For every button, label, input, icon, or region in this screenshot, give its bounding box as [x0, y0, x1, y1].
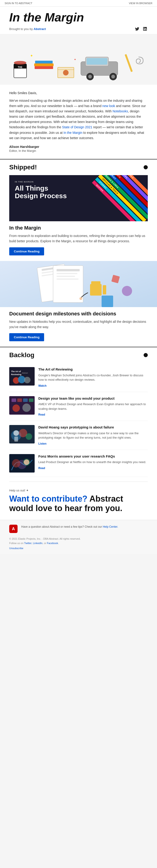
- new-look-link[interactable]: new look: [102, 104, 115, 108]
- svg-rect-58: [14, 437, 18, 442]
- sign-in-link[interactable]: SIGN IN TO ABSTRACT: [5, 2, 32, 5]
- social-icons: [134, 26, 148, 32]
- header: In the Margin Brought to you by Abstract: [0, 7, 157, 34]
- shipped-article-body: In the Margin From research to explorati…: [9, 221, 148, 261]
- svg-point-57: [13, 430, 19, 436]
- notebooks-article-title: Document design milestones with decision…: [9, 311, 148, 317]
- svg-rect-49: [23, 399, 28, 402]
- svg-text:Reviewing: Reviewing: [11, 373, 22, 376]
- svg-rect-48: [17, 399, 22, 402]
- svg-point-56: [26, 433, 32, 440]
- backlog-item-image-4: [9, 454, 35, 472]
- backlog-item-link-2[interactable]: Read: [38, 413, 45, 416]
- backlog-dot: [144, 353, 148, 357]
- email-container: SIGN IN TO ABSTRACT VIEW IN BROWSER In t…: [0, 0, 157, 554]
- svg-rect-33: [91, 281, 100, 285]
- backlog-list: The Art of Reviewing Abstract The Art of…: [0, 363, 157, 477]
- footer-logo-row: A Have a question about Abstract or need…: [9, 525, 148, 533]
- svg-text:THE: THE: [18, 66, 22, 68]
- contribute-hint: Help us out! ✦: [9, 489, 148, 492]
- svg-rect-29: [57, 273, 77, 274]
- svg-point-51: [12, 404, 20, 412]
- backlog-item-image-2: [9, 396, 35, 414]
- backlog-item-link-1[interactable]: Watch: [38, 384, 46, 388]
- twitter-icon[interactable]: [134, 26, 140, 32]
- svg-rect-9: [35, 61, 53, 63]
- backlog-item-text-2: AMEX VP of Product Design and Research E…: [38, 402, 148, 411]
- backlog-item-title-4: Fonz Morris answers your user research F…: [38, 454, 148, 459]
- backlog-item-content-1: The Art of Reviewing Google's Meghan Sch…: [38, 367, 148, 388]
- state-of-design-link[interactable]: State of Design 2021: [62, 125, 92, 129]
- footer-legal: © 2021 Elastic Projects, Inc. - DBA Abst…: [9, 537, 148, 545]
- backlog-title: Backlog: [9, 351, 34, 359]
- header-subtitle: Brought to you by Abstract: [9, 26, 148, 32]
- svg-text:✦: ✦: [30, 54, 33, 58]
- linkedin-icon[interactable]: [142, 26, 148, 32]
- notebooks-article-text: New updates in Notebooks help you record…: [9, 319, 148, 330]
- svg-rect-7: [35, 66, 53, 69]
- notebooks-card: Document design milestones with decision…: [9, 307, 148, 347]
- shipped-article-text: From research to exploration and buildin…: [9, 233, 148, 244]
- notebooks-card-body: Document design milestones with decision…: [9, 307, 148, 347]
- svg-point-11: [63, 70, 69, 75]
- backlog-section-header: Backlog: [0, 347, 157, 363]
- svg-text:✦: ✦: [74, 58, 76, 61]
- svg-text:The Art of: The Art of: [11, 370, 21, 373]
- in-the-margin-link[interactable]: In the Margin: [63, 131, 83, 134]
- svg-text:FUTURE: FUTURE: [17, 69, 24, 71]
- backlog-item-title-2: Design your team like you would your pro…: [38, 396, 148, 401]
- top-bar: SIGN IN TO ABSTRACT VIEW IN BROWSER: [0, 0, 157, 7]
- svg-point-16: [88, 75, 92, 79]
- footer: A Have a question about Abstract or need…: [0, 520, 157, 554]
- svg-rect-35: [102, 296, 113, 307]
- view-in-browser-link[interactable]: VIEW IN BROWSER: [129, 2, 152, 5]
- intro-paragraph: We've missed rounding up the latest desi…: [9, 98, 148, 141]
- svg-rect-47: [11, 399, 16, 402]
- backlog-item: The Art of Reviewing Abstract The Art of…: [9, 363, 148, 392]
- notebooks-link[interactable]: Notebooks: [113, 110, 128, 113]
- contribute-section: Help us out! ✦ Want to contribute? Abstr…: [0, 482, 157, 520]
- signature-role: Editor, In the Margin: [9, 149, 148, 153]
- backlog-item-content-4: Fonz Morris answers your user research F…: [38, 454, 148, 472]
- backlog-item: Design your team like you would your pro…: [9, 392, 148, 421]
- hero-illustration: THE FUTURE OF MEOW ✦ ✦: [0, 34, 157, 85]
- hero-image: THE FUTURE OF MEOW ✦ ✦: [0, 34, 157, 85]
- svg-rect-8: [34, 63, 54, 66]
- backlog-item-text-1: Google's Meghan Schofield joins Abstract…: [38, 373, 148, 382]
- svg-text:OF MEOW: OF MEOW: [15, 71, 25, 73]
- linkedin-footer-link[interactable]: LinkedIn: [33, 542, 43, 545]
- unsubscribe-link[interactable]: Unsubscribe: [9, 547, 148, 550]
- intro-section: Hello Smiles Davis, We've missed roundin…: [0, 85, 157, 159]
- svg-rect-31: [57, 278, 78, 280]
- shipped-title: Shipped!: [9, 163, 37, 171]
- backlog-item-text-3: Webflow's Director of Design makes a str…: [38, 431, 148, 440]
- footer-help-text: Have a question about Abstract or need a…: [21, 525, 118, 529]
- svg-point-6: [14, 61, 26, 65]
- signature-name: Alison Harshbarger: [9, 145, 148, 149]
- svg-point-44: [24, 377, 30, 383]
- notebooks-cta-button[interactable]: Continue Reading: [9, 333, 44, 341]
- greeting: Hello Smiles Davis,: [9, 91, 148, 95]
- contribute-link[interactable]: Want to contribute?: [9, 494, 88, 503]
- backlog-item-image-3: [9, 425, 35, 443]
- svg-point-52: [22, 404, 31, 412]
- svg-rect-28: [57, 269, 80, 271]
- twitter-footer-link[interactable]: Twitter: [24, 542, 32, 545]
- facebook-footer-link[interactable]: Facebook: [47, 542, 58, 545]
- svg-text:Abstract: Abstract: [22, 372, 28, 374]
- backlog-item-image-1: The Art of Reviewing Abstract: [9, 367, 35, 385]
- abstract-link[interactable]: Abstract: [34, 27, 46, 31]
- svg-rect-50: [29, 399, 33, 402]
- svg-rect-34: [103, 285, 106, 294]
- backlog-item-content-3: David Hoang says prototyping is about fa…: [38, 425, 148, 445]
- backlog-item-text-4: Lead Product Designer at Netflix on how …: [38, 460, 148, 464]
- backlog-item-link-4[interactable]: Read: [38, 467, 45, 470]
- shipped-card: In the Margin All Things Design Process …: [9, 175, 148, 261]
- help-center-link[interactable]: Help Center.: [103, 525, 118, 528]
- backlog-item-link-3[interactable]: Listen: [38, 442, 46, 445]
- backlog-item-title-3: David Hoang says prototyping is about fa…: [38, 425, 148, 430]
- notebooks-image: [0, 261, 157, 307]
- svg-rect-14: [87, 58, 107, 65]
- shipped-dot: [144, 165, 148, 169]
- shipped-cta-button[interactable]: Continue Reading: [9, 247, 44, 255]
